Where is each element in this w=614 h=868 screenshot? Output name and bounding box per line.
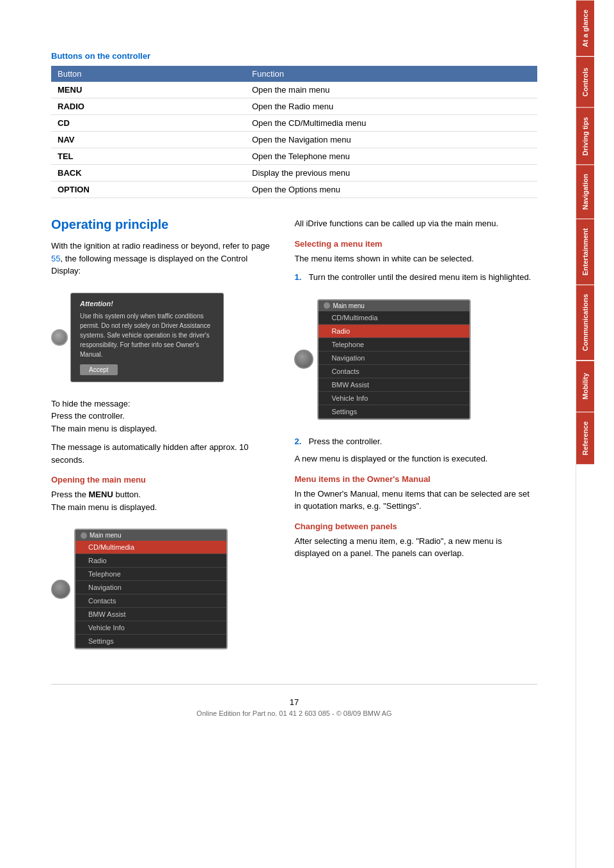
left-screen-container: Main menu CD/MultimediaRadioTelephoneNav… <box>51 521 275 657</box>
table-row: TELOpen the Telephone menu <box>51 148 537 165</box>
attention-title: Attention! <box>80 300 214 307</box>
menu-item: Contacts <box>319 365 469 378</box>
operating-principle-section: Operating principle With the ignition at… <box>51 217 537 665</box>
menu-item: Contacts <box>75 594 226 608</box>
button-cell: TEL <box>51 148 246 165</box>
menu-item: Vehicle Info <box>319 392 469 405</box>
auto-hidden-text: The message is automatically hidden afte… <box>51 441 275 466</box>
attention-box: Attention! Use this system only when tra… <box>70 293 224 382</box>
owners-manual-title: Menu items in the Owner's Manual <box>294 474 537 484</box>
operating-principle-heading: Operating principle <box>51 217 275 232</box>
page-number: 17 <box>51 697 537 707</box>
menu-item: Navigation <box>75 581 226 594</box>
hide-message-text: To hide the message:Press the controller… <box>51 398 275 435</box>
selecting-text: The menu items shown in white can be sel… <box>294 252 537 265</box>
menu-item: Settings <box>319 405 469 419</box>
buttons-table: Button Function MENUOpen the main menuRA… <box>51 66 537 198</box>
buttons-section-title: Buttons on the controller <box>51 51 537 61</box>
sidebar-tab-controls[interactable]: Controls <box>576 56 594 107</box>
menu-item: Vehicle Info <box>75 621 226 635</box>
owners-manual-text: In the Owner's Manual, menu items that c… <box>294 488 537 513</box>
sidebar-tab-at-a-glance[interactable]: At a glance <box>576 0 594 56</box>
button-cell: CD <box>51 115 246 132</box>
table-row: RADIOOpen the Radio menu <box>51 98 537 115</box>
button-cell: MENU <box>51 82 246 98</box>
menu-item: Radio <box>319 325 469 338</box>
step-1: 1. Turn the controller until the desired… <box>294 271 537 284</box>
attention-wrapper: Attention! Use this system only when tra… <box>51 285 275 390</box>
sidebar-tab-reference[interactable]: Reference <box>576 412 594 464</box>
sidebar: At a glanceControlsDriving tipsNavigatio… <box>576 0 600 868</box>
controller-knob <box>51 580 70 599</box>
right-screen-mockup: Main menu CD/MultimediaRadioTelephoneNav… <box>317 299 471 420</box>
table-row: NAVOpen the Navigation menu <box>51 132 537 148</box>
left-screen-mockup: Main menu CD/MultimediaRadioTelephoneNav… <box>74 529 228 649</box>
main-menu-label-right: Main menu <box>333 302 364 309</box>
opening-main-menu-text: Press the MENU button.The main menu is d… <box>51 488 275 513</box>
sidebar-tab-mobility[interactable]: Mobility <box>576 360 594 412</box>
table-row: MENUOpen the main menu <box>51 82 537 98</box>
step-2: 2. Press the controller. <box>294 435 537 448</box>
sidebar-tab-driving-tips[interactable]: Driving tips <box>576 107 594 165</box>
table-row: OPTIONOpen the Options menu <box>51 182 537 198</box>
function-cell: Open the Navigation menu <box>246 132 537 148</box>
changing-panels-text: After selecting a menu item, e.g. "Radio… <box>294 535 537 560</box>
menu-item: Navigation <box>319 352 469 365</box>
screen-header-right: Main menu <box>319 300 469 311</box>
function-cell: Display the previous menu <box>246 165 537 182</box>
menu-item: BMW Assist <box>75 608 226 621</box>
function-cell: Open the Telephone menu <box>246 148 537 165</box>
right-column: All iDrive functions can be called up vi… <box>294 217 537 665</box>
right-menu-list: CD/MultimediaRadioTelephoneNavigationCon… <box>319 311 469 419</box>
controller-knob-left <box>51 329 68 346</box>
button-cell: NAV <box>51 132 246 148</box>
menu-item: BMW Assist <box>319 378 469 392</box>
step-2-text: Press the controller. <box>308 435 382 448</box>
left-column: Operating principle With the ignition at… <box>51 217 275 665</box>
main-menu-label-left: Main menu <box>90 532 121 539</box>
right-screen-container: Main menu CD/MultimediaRadioTelephoneNav… <box>294 291 537 428</box>
function-cell: Open the Options menu <box>246 182 537 198</box>
sidebar-tab-entertainment[interactable]: Entertainment <box>576 219 594 284</box>
main-content: Buttons on the controller Button Functio… <box>0 0 576 868</box>
button-cell: OPTION <box>51 182 246 198</box>
step-1-number: 1. <box>294 271 304 284</box>
sidebar-tab-navigation[interactable]: Navigation <box>576 164 594 219</box>
col-header-function: Function <box>246 66 537 82</box>
menu-item: Radio <box>75 554 226 568</box>
step-2-number: 2. <box>294 435 304 448</box>
step-1-text: Turn the controller until the desired me… <box>308 271 531 284</box>
sidebar-tab-communications[interactable]: Communications <box>576 284 594 360</box>
menu-item: CD/Multimedia <box>319 311 469 325</box>
page-footer: 17 Online Edition for Part no. 01 41 2 6… <box>51 684 537 724</box>
table-header-row: Button Function <box>51 66 537 82</box>
accept-button[interactable]: Accept <box>80 364 118 375</box>
screen-icon <box>81 532 87 539</box>
footer-text: Online Edition for Part no. 01 41 2 603 … <box>51 709 537 717</box>
intro-text2: , the following message is displayed on … <box>51 254 248 276</box>
selecting-title: Selecting a menu item <box>294 239 537 249</box>
buttons-section: Buttons on the controller Button Functio… <box>51 51 537 198</box>
screen-header-left: Main menu <box>75 530 226 541</box>
function-cell: Open the CD/Multimedia menu <box>246 115 537 132</box>
page-link[interactable]: 55 <box>51 254 60 263</box>
function-cell: Open the Radio menu <box>246 98 537 115</box>
changing-panels-title: Changing between panels <box>294 522 537 531</box>
function-cell: Open the main menu <box>246 82 537 98</box>
right-intro-text: All iDrive functions can be called up vi… <box>294 217 537 230</box>
button-cell: RADIO <box>51 98 246 115</box>
button-cell: BACK <box>51 165 246 182</box>
menu-item: Telephone <box>319 338 469 352</box>
page-wrapper: Buttons on the controller Button Functio… <box>0 0 614 868</box>
screen-icon-right <box>324 302 330 309</box>
table-row: BACKDisplay the previous menu <box>51 165 537 182</box>
table-row: CDOpen the CD/Multimedia menu <box>51 115 537 132</box>
attention-body: Use this system only when traffic condit… <box>80 311 214 359</box>
new-menu-text: A new menu is displayed or the function … <box>294 453 537 465</box>
menu-item: Settings <box>75 635 226 648</box>
menu-item: Telephone <box>75 568 226 581</box>
sidebar-tabs-container: At a glanceControlsDriving tipsNavigatio… <box>576 0 600 464</box>
intro-paragraph: With the ignition at radio readiness or … <box>51 240 275 277</box>
opening-main-menu-title: Opening the main menu <box>51 475 275 484</box>
col-header-button: Button <box>51 66 246 82</box>
